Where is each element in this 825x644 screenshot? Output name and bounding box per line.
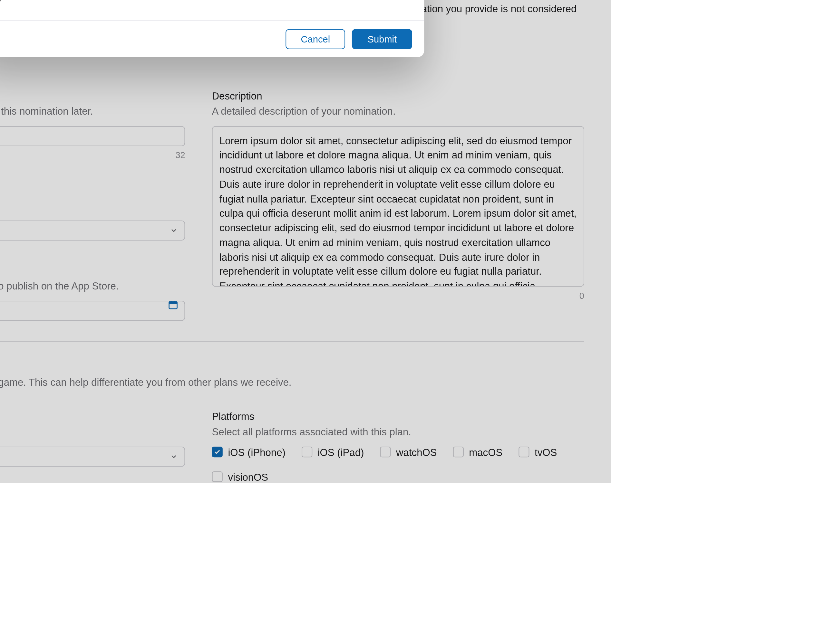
modal-body: Our editorial team will review your nomi… [0, 0, 402, 4]
submit-modal: Submit Nomination? Our editorial team wi… [0, 0, 424, 57]
modal-submit-button[interactable]: Submit [352, 29, 412, 49]
modal-scrim[interactable] [0, 0, 611, 482]
modal-cancel-button[interactable]: Cancel [286, 29, 346, 49]
